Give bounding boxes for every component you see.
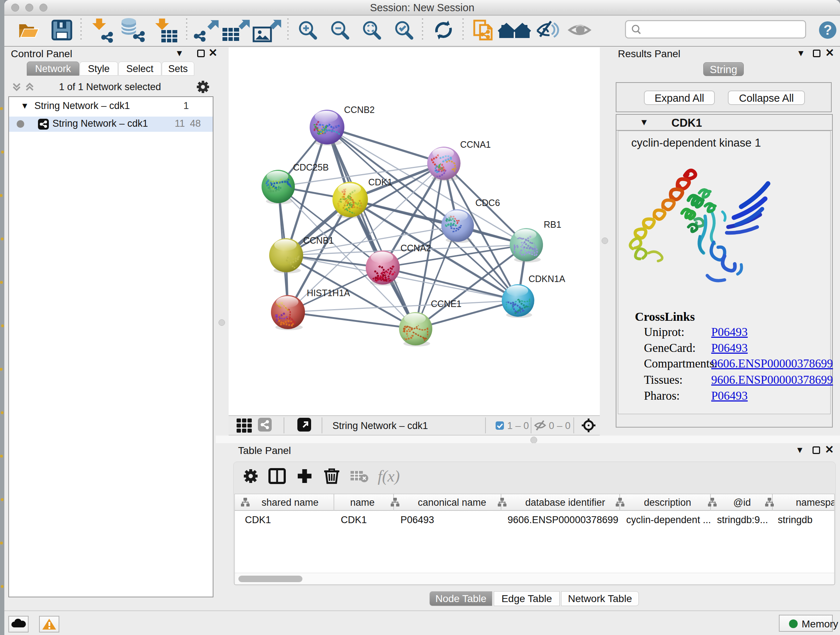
svg-text:1 – 0: 1 – 0: [507, 420, 529, 431]
svg-text:CCNE1: CCNE1: [431, 299, 462, 309]
svg-text:CCNA2: CCNA2: [401, 243, 431, 253]
svg-text:?: ?: [823, 22, 832, 38]
svg-text:RB1: RB1: [544, 219, 561, 230]
svg-text:CDC25B: CDC25B: [293, 162, 329, 172]
svg-text:CDC6: CDC6: [475, 198, 500, 208]
svg-text:CCNB1: CCNB1: [303, 235, 334, 245]
svg-text:String Network – cdk1: String Network – cdk1: [332, 420, 428, 431]
svg-text:CCNA1: CCNA1: [460, 139, 491, 149]
svg-text:CCNB2: CCNB2: [344, 105, 375, 115]
svg-text:0 – 0: 0 – 0: [549, 420, 570, 431]
svg-text:f(x): f(x): [378, 467, 400, 485]
svg-text:CDKN1A: CDKN1A: [529, 274, 565, 284]
svg-text:HIST1H1A: HIST1H1A: [307, 288, 350, 298]
svg-text:CDK1: CDK1: [368, 177, 393, 187]
